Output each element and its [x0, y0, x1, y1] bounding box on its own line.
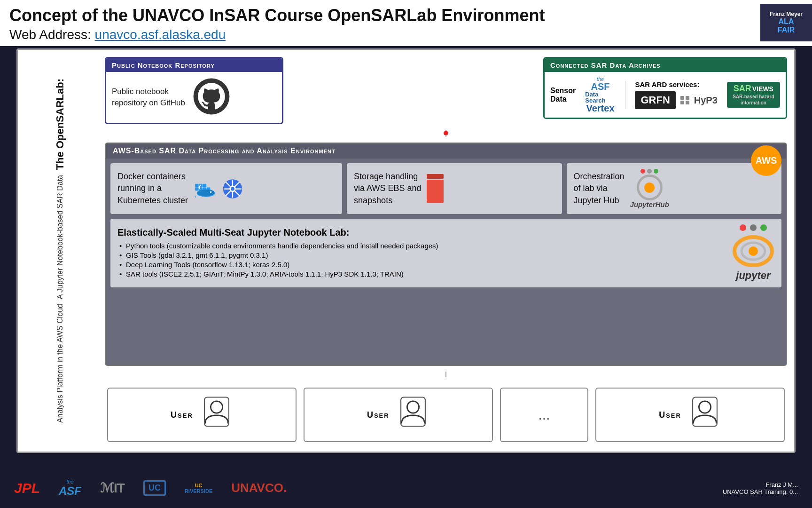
- user-avatar-1: [200, 396, 233, 434]
- svg-rect-3: [203, 184, 206, 187]
- asf-bottom-logo: the ASF: [59, 479, 81, 498]
- unavco-logo: UNAVCO.: [231, 481, 287, 495]
- svg-point-30: [699, 401, 710, 413]
- bottom-logos: JPL the ASF ℳIT UC UC RIVERSIDE UNAVCO.: [14, 479, 287, 498]
- list-item: GIS Tools (gdal 3.2.1, gmt 6.1.1, pygmt …: [117, 251, 723, 259]
- jupyter-lab-text: Elastically-Scaled Multi-Seat Jupyter No…: [117, 227, 723, 279]
- user-avatar-2: [397, 396, 429, 434]
- storage-col-text: Storage handlingvia AWS EBS andsnapshots: [354, 171, 421, 206]
- rotated-text: The OpenSARLab: A Jupyter Notebook-based…: [54, 79, 66, 422]
- docker-col-text: Docker containersrunning in aKubernetes …: [117, 171, 188, 206]
- vertical-divider: [625, 81, 626, 109]
- docker-col: Docker containersrunning in aKubernetes …: [110, 163, 342, 214]
- web-link[interactable]: unavco.asf.alaska.edu: [95, 27, 226, 42]
- slide: The OpenSARLab: A Jupyter Notebook-based…: [16, 48, 796, 453]
- sarviews-desc: SAR-based hazardinformation: [733, 94, 774, 106]
- notebook-repository-box: Public Notebook Repository Public notebo…: [105, 57, 283, 124]
- svg-rect-1: [195, 184, 199, 187]
- storage-icon: [427, 174, 444, 203]
- bottom-bar: JPL the ASF ℳIT UC UC RIVERSIDE UNAVCO. …: [0, 468, 812, 508]
- sar-box-body: SensorData the ASF Data Search Vertex SA…: [545, 72, 786, 118]
- connector-area: [105, 130, 787, 137]
- sensor-data-block: SensorData: [550, 87, 576, 103]
- svg-point-11: [211, 191, 212, 192]
- aws-columns: Docker containersrunning in aKubernetes …: [106, 159, 786, 219]
- jupyterhub-col-text: Orchestrationof lab viaJupyter Hub: [574, 171, 625, 206]
- sar-box-header: Connected SAR Data Archives: [545, 58, 786, 72]
- asf-logo: the ASF Data Search Vertex: [585, 77, 615, 113]
- jupyterhub-col: Orchestrationof lab viaJupyter Hub: [567, 163, 781, 214]
- storage-col: Storage handlingvia AWS EBS andsnapshots: [347, 163, 562, 214]
- user-label-2: User: [367, 410, 390, 420]
- users-section: User User: [105, 383, 787, 444]
- sensor-label: SensorData: [550, 87, 576, 103]
- jupyterhub-logo: JupyterHub: [630, 169, 669, 208]
- sar-ard-block: SAR ARD services: GRFN: [635, 80, 717, 109]
- main-content: Public Notebook Repository Public notebo…: [102, 50, 794, 452]
- notebook-box-text: Public notebookrepository on GitHub: [112, 86, 185, 109]
- list-item: SAR tools (ISCE2.2.5.1; GIAnT; MintPy 1.…: [117, 270, 723, 278]
- opensarlab-sub1: A Jupyter Notebook-based SAR Data: [56, 175, 64, 299]
- hyp3-badge: HyP3: [694, 95, 718, 106]
- uc-riverside-logo: UC RIVERSIDE: [185, 483, 212, 494]
- sarviews-block: SAR VIEWS SAR-based hazardinformation: [727, 82, 780, 108]
- svg-rect-4: [195, 187, 199, 190]
- sarviews-title-area: SAR VIEWS: [734, 84, 773, 94]
- jupyter-ring-svg: [732, 235, 774, 268]
- list-item: Deep Learning Tools (tensorflow 1.13.1; …: [117, 261, 723, 269]
- jupyter-logo: jupyter: [732, 224, 774, 282]
- opensarlab-sub2: Analysis Platform in the AWS Cloud: [56, 304, 64, 423]
- notebook-box-body: Public notebookrepository on GitHub: [106, 72, 282, 123]
- slide-container: The OpenSARLab: A Jupyter Notebook-based…: [0, 46, 812, 453]
- red-dot: [444, 131, 448, 135]
- svg-point-25: [749, 246, 758, 256]
- aws-section-header: AWS-Based SAR Data Processing and Analys…: [106, 143, 786, 159]
- notebook-box-header: Public Notebook Repository: [106, 58, 282, 72]
- list-item: Python tools (customizable conda environ…: [117, 242, 723, 250]
- jupyter-lab-list: Python tools (customizable conda environ…: [117, 242, 723, 278]
- sar-archives-box: Connected SAR Data Archives SensorData t…: [543, 57, 787, 119]
- user-avatar-n: [688, 396, 721, 434]
- docker-icon: [194, 178, 219, 199]
- docker-kube-icons: [194, 178, 244, 199]
- user-label-1: User: [171, 410, 193, 420]
- user-box-n: User: [595, 388, 785, 442]
- mit-logo: ℳIT: [100, 480, 125, 496]
- users-connector: [105, 372, 787, 377]
- bottom-right-info: Franz J M... UNAVCO SAR Training, 0...: [723, 481, 798, 495]
- jupyter-lab-section: Elastically-Scaled Multi-Seat Jupyter No…: [110, 219, 781, 287]
- presenter-logo: Franz Meyer ALA FAIR: [760, 4, 812, 41]
- svg-point-14: [231, 187, 234, 190]
- aws-logo: AWS: [751, 145, 781, 176]
- uc-logo: UC: [143, 480, 166, 496]
- aws-section: AWS-Based SAR Data Processing and Analys…: [105, 143, 787, 366]
- jupyter-lab-title: Elastically-Scaled Multi-Seat Jupyter No…: [117, 227, 723, 238]
- header: Concept of the UNAVCO InSAR Course OpenS…: [0, 0, 812, 46]
- left-text-area: The OpenSARLab: A Jupyter Notebook-based…: [18, 50, 102, 452]
- jpl-logo: JPL: [14, 480, 40, 496]
- svg-point-28: [407, 401, 419, 413]
- svg-point-26: [211, 401, 222, 413]
- user-box-2: User: [304, 388, 493, 442]
- opensarlab-label: The OpenSARLab:: [54, 79, 66, 170]
- grfn-badge: GRFN: [635, 91, 675, 109]
- page-title: Concept of the UNAVCO InSAR Course OpenS…: [9, 6, 803, 25]
- top-boxes: Public Notebook Repository Public notebo…: [105, 57, 787, 124]
- user-label-n: User: [659, 410, 681, 420]
- sar-ard-label: SAR ARD services:: [635, 80, 717, 88]
- web-address: Web Address: unavco.asf.alaska.edu: [9, 27, 803, 42]
- user-box-1: User: [107, 388, 297, 442]
- kubernetes-icon: [221, 178, 244, 199]
- grid-icon: [680, 96, 689, 104]
- sar-ard-services: GRFN: [635, 91, 717, 109]
- users-ellipsis: ...: [500, 388, 588, 442]
- github-icon: [193, 78, 230, 117]
